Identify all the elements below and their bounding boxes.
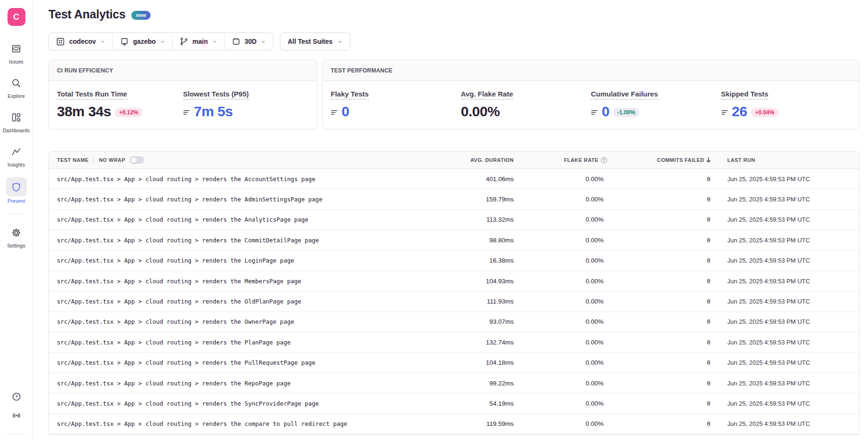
test-name-cell: src/App.test.tsx > App > cloud routing >… xyxy=(49,176,453,183)
broadcast-icon[interactable] xyxy=(11,410,22,421)
flake-rate-cell: 0.00% xyxy=(528,318,618,325)
flake-rate-cell: 0.00% xyxy=(528,298,618,305)
metric-avg-flake-rate: Avg. Flake Rate 0.00% xyxy=(461,90,591,120)
test-name-cell: src/App.test.tsx > App > cloud routing >… xyxy=(49,278,453,285)
table-header-commits-failed[interactable]: COMMITS FAILED xyxy=(618,157,726,163)
org-avatar[interactable]: C xyxy=(8,8,25,26)
metric-label[interactable]: Cumulative Failures xyxy=(591,90,658,100)
metric-label[interactable]: Total Tests Run Time xyxy=(57,90,127,100)
filter-repo[interactable]: gazebo xyxy=(113,33,173,50)
table-row[interactable]: src/App.test.tsx > App > cloud routing >… xyxy=(49,373,859,393)
test-name-cell: src/App.test.tsx > App > cloud routing >… xyxy=(49,318,453,325)
page-title: Test Analytics xyxy=(48,8,126,21)
sidebar-item-label: Issues xyxy=(9,59,24,64)
last-run-cell: Jun 25, 2025 4:59:53 PM UTC xyxy=(726,359,859,366)
summary-cards: CI RUN EFFICIENCY Total Tests Run Time 3… xyxy=(48,60,860,129)
sidebar-item-settings[interactable]: Settings xyxy=(6,224,27,248)
last-run-cell: Jun 25, 2025 4:59:53 PM UTC xyxy=(726,298,859,305)
chevron-down-icon xyxy=(260,39,266,45)
test-name-cell: src/App.test.tsx > App > cloud routing >… xyxy=(49,298,453,305)
test-name-header-label[interactable]: TEST NAME xyxy=(57,157,89,163)
avg-duration-cell: 159.79ms xyxy=(453,196,528,203)
table-header-test-name: TEST NAME | NO WRAP xyxy=(49,156,453,164)
avg-duration-cell: 54.19ms xyxy=(453,400,528,407)
last-run-cell: Jun 25, 2025 4:59:53 PM UTC xyxy=(726,318,859,325)
sidebar-item-dashboards[interactable]: Dashboards xyxy=(3,109,30,133)
no-wrap-toggle[interactable] xyxy=(130,156,144,164)
metric-slowest-tests: Slowest Tests (P95) 7m 5s xyxy=(183,90,309,120)
commits-failed-cell: 0 xyxy=(618,278,726,285)
table-row[interactable]: src/App.test.tsx > App > cloud routing >… xyxy=(49,169,859,189)
sidebar-item-insights[interactable]: Insights xyxy=(6,143,27,168)
sidebar-divider xyxy=(9,214,24,214)
metric-total-tests-run-time: Total Tests Run Time 38m 34s +0.12% xyxy=(57,90,183,120)
last-run-cell: Jun 25, 2025 4:59:53 PM UTC xyxy=(726,400,859,407)
filter-branch[interactable]: main xyxy=(173,33,225,50)
table-row[interactable]: src/App.test.tsx > App > cloud routing >… xyxy=(49,332,859,352)
metric-value: 0.00% xyxy=(461,104,500,120)
metric-value[interactable]: 26 xyxy=(732,104,747,120)
table-row[interactable]: src/App.test.tsx > App > cloud routing >… xyxy=(49,189,859,209)
metric-label[interactable]: Avg. Flake Rate xyxy=(461,90,513,100)
metric-label[interactable]: Skipped Tests xyxy=(721,90,769,100)
table-row[interactable]: src/App.test.tsx > App > cloud routing >… xyxy=(49,251,859,271)
table-row[interactable]: src/App.test.tsx > App > cloud routing >… xyxy=(49,414,859,434)
filter-org[interactable]: codecov xyxy=(49,33,113,50)
issues-icon xyxy=(6,40,27,57)
table-row[interactable]: src/App.test.tsx > App > cloud routing >… xyxy=(49,210,859,230)
filter-date-range[interactable]: 30D xyxy=(225,33,273,50)
chevron-down-icon xyxy=(100,39,106,45)
table-row[interactable]: src/App.test.tsx > App > cloud routing >… xyxy=(49,230,859,250)
avg-duration-cell: 104.93ms xyxy=(453,278,528,285)
help-icon[interactable]: ? xyxy=(11,392,22,402)
sidebar-footer-divider xyxy=(8,434,25,434)
table-body: src/App.test.tsx > App > cloud routing >… xyxy=(49,169,859,434)
sidebar-item-label: Prevent xyxy=(8,198,25,204)
metric-label[interactable]: Flaky Tests xyxy=(331,90,369,100)
commits-failed-cell: 0 xyxy=(618,298,726,305)
sidebar-footer: ? xyxy=(8,392,25,434)
flake-rate-cell: 0.00% xyxy=(528,339,618,346)
table-header-avg-duration[interactable]: AVG. DURATION xyxy=(453,157,528,163)
help-circle-icon[interactable]: ? xyxy=(601,157,607,163)
flake-rate-header-label: FLAKE RATE xyxy=(564,157,598,163)
sidebar-item-label: Insights xyxy=(8,162,25,168)
avg-duration-cell: 119.59ms xyxy=(453,420,528,427)
card-body: Total Tests Run Time 38m 34s +0.12% Slow… xyxy=(49,81,317,129)
table-header-row: TEST NAME | NO WRAP AVG. DURATION FLAKE … xyxy=(49,152,859,169)
last-run-cell: Jun 25, 2025 4:59:53 PM UTC xyxy=(726,216,859,223)
card-title: CI RUN EFFICIENCY xyxy=(49,60,317,81)
filter-org-label: codecov xyxy=(69,38,96,45)
test-name-cell: src/App.test.tsx > App > cloud routing >… xyxy=(49,339,453,346)
avg-duration-cell: 111.93ms xyxy=(453,298,528,305)
sidebar-item-explore[interactable]: Explore xyxy=(6,74,27,99)
sidebar-item-issues[interactable]: Issues xyxy=(6,40,27,64)
metric-label[interactable]: Slowest Tests (P95) xyxy=(183,90,249,100)
sort-lines-icon xyxy=(721,109,729,116)
sidebar-item-prevent[interactable]: Prevent xyxy=(6,177,27,204)
avg-duration-header-label: AVG. DURATION xyxy=(470,157,514,163)
sort-lines-icon xyxy=(591,109,598,116)
table-row[interactable]: src/App.test.tsx > App > cloud routing >… xyxy=(49,353,859,373)
table-header-flake-rate[interactable]: FLAKE RATE ? xyxy=(528,157,618,163)
metric-value[interactable]: 0 xyxy=(342,104,349,120)
test-suites-dropdown[interactable]: All Test Suites xyxy=(280,32,350,50)
table-row[interactable]: src/App.test.tsx > App > cloud routing >… xyxy=(49,312,859,332)
filter-repo-label: gazebo xyxy=(133,38,156,45)
sidebar-item-label: Explore xyxy=(8,93,24,99)
table-row[interactable]: src/App.test.tsx > App > cloud routing >… xyxy=(49,393,859,414)
card-title: TEST PERFORMANCE xyxy=(323,60,859,81)
last-run-cell: Jun 25, 2025 4:59:53 PM UTC xyxy=(726,380,859,387)
main-content: Test Analytics new codecov xyxy=(33,0,868,435)
gear-icon xyxy=(6,224,27,241)
flake-rate-cell: 0.00% xyxy=(528,278,618,285)
table-row[interactable]: src/App.test.tsx > App > cloud routing >… xyxy=(49,271,859,291)
table-row[interactable]: src/App.test.tsx > App > cloud routing >… xyxy=(49,291,859,312)
sort-lines-icon xyxy=(331,109,338,116)
metric-cumulative-failures: Cumulative Failures 0 -1.00% xyxy=(591,90,721,120)
metric-value[interactable]: 7m 5s xyxy=(194,104,233,120)
avg-duration-cell: 132.74ms xyxy=(453,339,528,346)
sidebar-nav: Issues Explore Dashboards xyxy=(0,40,32,248)
metric-value[interactable]: 0 xyxy=(602,104,609,120)
commits-failed-cell: 0 xyxy=(618,196,726,203)
